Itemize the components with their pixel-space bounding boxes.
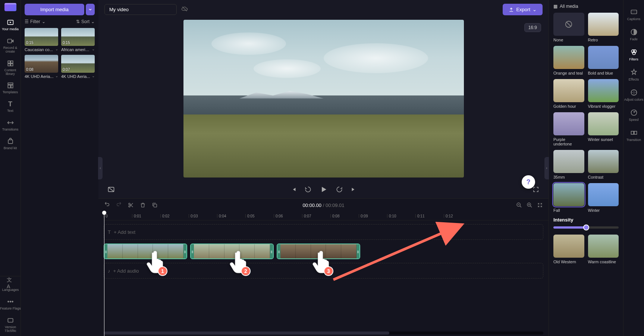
media-grid: 0:15 Caucasian co...⌄ 0:15 African ameri… xyxy=(25,28,95,79)
clip-handle-right[interactable]: || xyxy=(270,244,273,258)
frame-crop-icon[interactable] xyxy=(107,186,115,193)
check-icon: ⌄ xyxy=(55,47,58,51)
nav-your-media[interactable]: Your media xyxy=(0,16,21,34)
video-track[interactable]: || || || || || || xyxy=(104,244,543,259)
filter-winter-sunset[interactable]: Winter sunset xyxy=(588,112,619,146)
nav-record-create[interactable]: Record & create xyxy=(0,34,21,57)
split-button[interactable] xyxy=(128,202,134,208)
svg-rect-6 xyxy=(8,83,13,85)
text-icon: T xyxy=(7,100,14,108)
skip-forward-button[interactable] xyxy=(350,186,357,193)
nav-text[interactable]: T Text xyxy=(0,97,21,116)
svg-rect-9 xyxy=(8,140,13,144)
filter-retro[interactable]: Retro xyxy=(588,13,619,42)
svg-point-15 xyxy=(129,205,130,207)
filters-panel: ▦ All media None Retro Orange and teal B… xyxy=(549,0,623,336)
add-text-track[interactable]: T + Add text xyxy=(104,224,543,240)
rewind-button[interactable] xyxy=(304,186,312,193)
redo-button[interactable] xyxy=(116,202,122,208)
timeline-scrollbar[interactable] xyxy=(104,332,543,335)
svg-rect-10 xyxy=(8,318,13,322)
filter-orange-and-teal[interactable]: Orange and teal xyxy=(553,46,584,75)
svg-rect-2 xyxy=(8,61,10,63)
forward-button[interactable] xyxy=(336,186,343,193)
nav-templates[interactable]: Templates xyxy=(0,79,21,97)
filters-panel-header[interactable]: ▦ All media xyxy=(553,4,619,9)
svg-point-14 xyxy=(129,203,130,205)
transition-icon xyxy=(630,129,638,136)
project-title-input[interactable] xyxy=(104,4,177,15)
rail-filters[interactable]: Filters xyxy=(623,45,644,65)
play-button[interactable] xyxy=(318,184,329,195)
clip-handle-right[interactable]: || xyxy=(356,244,359,258)
templates-icon xyxy=(7,82,14,89)
zoom-in-button[interactable] xyxy=(526,202,533,208)
sort-button[interactable]: ⇅Sort⌄ xyxy=(76,19,95,24)
filter-golden-hour[interactable]: Golden hour xyxy=(553,79,584,109)
filter-fall[interactable]: Fall xyxy=(553,183,584,213)
timeline-clip[interactable]: || || xyxy=(190,244,274,259)
export-button[interactable]: Export ⌄ xyxy=(503,4,543,15)
duplicate-button[interactable] xyxy=(151,202,158,208)
media-clip[interactable]: 0:15 Caucasian co...⌄ xyxy=(25,28,58,52)
rail-speed[interactable]: Speed xyxy=(623,105,644,125)
clip-handle-left[interactable]: || xyxy=(277,244,280,258)
filter-bold-and-blue[interactable]: Bold and blue xyxy=(588,46,619,75)
media-clip[interactable]: 0:08 4K UHD Aeria...⌄ xyxy=(25,55,58,79)
clip-handle-left[interactable]: || xyxy=(191,244,194,258)
adjust-icon xyxy=(630,89,638,96)
preview-controls xyxy=(98,180,549,198)
help-button[interactable]: ? xyxy=(522,175,535,189)
filter-35mm[interactable]: 35mm xyxy=(553,150,584,179)
filter-winter[interactable]: Winter xyxy=(588,183,619,213)
transitions-icon xyxy=(7,119,14,126)
filter-vibrant-vlogger[interactable]: Vibrant vlogger xyxy=(588,79,619,109)
timeline-clip[interactable]: || || xyxy=(104,244,187,259)
undo-button[interactable] xyxy=(104,202,110,208)
delete-button[interactable] xyxy=(139,202,146,208)
check-icon: ⌄ xyxy=(92,47,95,51)
media-icon xyxy=(7,19,14,26)
add-audio-track[interactable]: ♪ + Add audio xyxy=(104,263,543,279)
import-dropdown-button[interactable] xyxy=(86,4,95,15)
media-clip[interactable]: 0:15 African american...⌄ xyxy=(61,28,95,52)
svg-rect-29 xyxy=(631,131,634,134)
rail-adjust-colors[interactable]: Adjust colors xyxy=(623,85,644,105)
nav-transitions[interactable]: Transitions xyxy=(0,116,21,135)
chevron-down-icon: ⌄ xyxy=(91,19,95,24)
import-media-button[interactable]: Import media xyxy=(25,4,84,15)
music-icon: ♪ xyxy=(108,268,110,274)
nav-feature-flags[interactable]: ••• Feature Flags xyxy=(0,295,21,314)
nav-content-library[interactable]: Content library xyxy=(0,57,21,79)
zoom-out-button[interactable] xyxy=(516,202,522,208)
zoom-fit-button[interactable] xyxy=(537,202,543,208)
timeline-ruler[interactable]: 00:010:020:030:040:050:060:070:080:090:1… xyxy=(104,211,549,220)
nav-brand-kit[interactable]: Brand kit xyxy=(0,135,21,153)
rail-fade[interactable]: Fade xyxy=(623,25,644,45)
media-clip[interactable]: 0:07 4K UHD Aeria...⌄ xyxy=(61,55,95,79)
filter-old-western[interactable]: Old Western xyxy=(553,235,584,264)
filter-warm-coastline[interactable]: Warm coastline xyxy=(588,235,619,264)
nav-version[interactable]: Version 73c5f8c xyxy=(0,314,21,336)
svg-rect-16 xyxy=(154,204,157,207)
chevron-down-icon: ⌄ xyxy=(533,7,537,12)
nav-languages[interactable]: 文A Languages xyxy=(0,276,21,295)
rail-effects[interactable]: Effects xyxy=(623,65,644,85)
intensity-slider[interactable] xyxy=(553,226,619,229)
skip-back-button[interactable] xyxy=(290,186,298,193)
timeline-clip[interactable]: || || xyxy=(277,244,360,259)
filter-purple-undertone[interactable]: Purple undertone xyxy=(553,112,584,146)
filter-button[interactable]: ☰Filter⌄ xyxy=(25,19,45,24)
clip-handle-left[interactable]: || xyxy=(104,244,107,258)
speed-icon xyxy=(630,109,638,116)
fullscreen-button[interactable] xyxy=(532,186,540,193)
rail-transition[interactable]: Transition xyxy=(623,125,644,145)
upload-icon xyxy=(509,7,514,12)
rail-captions[interactable]: Captions xyxy=(623,4,644,25)
record-icon xyxy=(7,37,14,45)
filter-contrast[interactable]: Contrast xyxy=(588,150,619,179)
preview-canvas[interactable] xyxy=(183,20,464,178)
clip-handle-right[interactable]: || xyxy=(183,244,186,258)
filter-none[interactable]: None xyxy=(553,13,584,42)
playhead[interactable] xyxy=(104,211,104,336)
